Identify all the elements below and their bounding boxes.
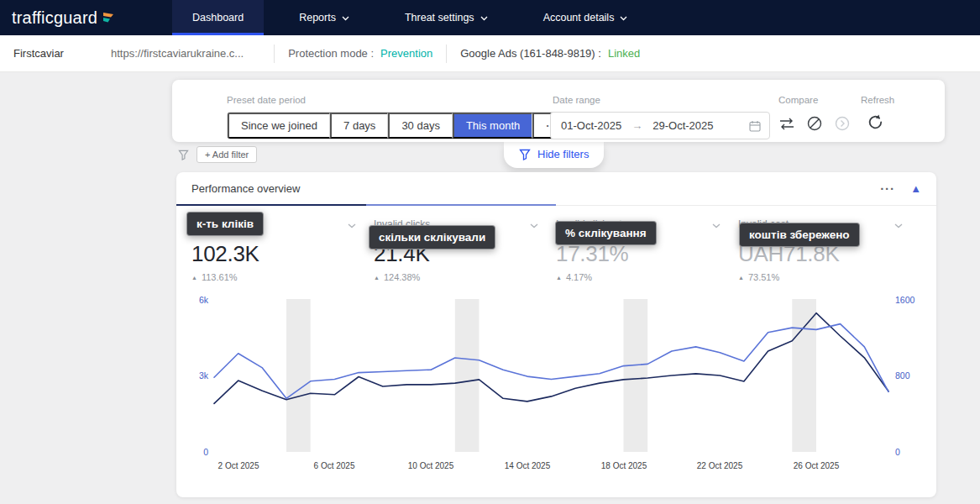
compare-next-icon[interactable] — [834, 115, 851, 132]
divider — [446, 45, 447, 63]
y-tick: 1600 — [895, 295, 914, 305]
refresh-icon[interactable] — [866, 113, 885, 134]
compare-label: Compare — [778, 95, 818, 105]
x-tick: 26 Oct 2025 — [794, 461, 839, 470]
compare-arrows-icon[interactable] — [778, 117, 795, 131]
y-tick: 800 — [895, 370, 910, 381]
hide-filters-label: Hide filters — [537, 148, 589, 160]
nav-item-threat-settings[interactable]: Threat settings — [385, 0, 508, 35]
preset-7-days[interactable]: 7 days — [330, 113, 388, 139]
metric-change-value: 124.38% — [384, 272, 420, 282]
metric-verified-clicks: Verified clicks к-ть кліків 102.3K ▲ 113… — [191, 218, 374, 282]
y-tick: 0 — [895, 447, 900, 457]
nav-item-account-details[interactable]: Account details — [523, 0, 648, 35]
left-y-axis: 6k 3k 0 — [181, 299, 208, 452]
main-nav: Dashboard Reports Threat settings Accoun… — [172, 0, 647, 35]
compare-disabled-icon[interactable] — [806, 115, 823, 132]
arrow-right-icon: → — [631, 119, 642, 132]
account-bar: Firstcaviar https://firstcaviarukraine.c… — [0, 35, 980, 72]
right-y-axis: 1600 800 0 — [895, 299, 925, 452]
funnel-icon — [519, 149, 531, 160]
metric-invalid-cost: Invalid cost коштів збережено UAH71.8K ▲… — [738, 218, 920, 282]
compare-controls — [778, 115, 851, 132]
metric-invalid-click-rate: Invalid click rate % склікування 17.31% … — [556, 218, 738, 282]
main-content: + Add filter Hide filters Preset date pe… — [0, 72, 980, 504]
metric-change-value: 113.61% — [202, 272, 238, 282]
up-triangle-icon: ▲ — [738, 275, 744, 281]
nav-label: Dashboard — [192, 12, 244, 24]
chevron-down-icon — [620, 12, 627, 24]
metric-invalid-clicks: Invalid clicks скільки склікували 21.4K … — [374, 218, 556, 282]
nav-label: Account details — [543, 12, 615, 24]
nav-label: Reports — [299, 12, 336, 24]
chart-svg — [214, 299, 888, 452]
y-tick: 3k — [199, 370, 208, 381]
preset-this-month[interactable]: This month — [453, 113, 532, 139]
protection-mode-label: Protection mode : — [288, 47, 374, 60]
nav-item-dashboard[interactable]: Dashboard — [172, 0, 264, 35]
website-url[interactable]: https://firstcaviarukraine.c... — [111, 47, 244, 60]
chevron-down-icon — [342, 12, 349, 24]
nav-item-reports[interactable]: Reports — [279, 0, 369, 35]
preset-since-we-joined[interactable]: Since we joined — [228, 113, 330, 139]
chevron-down-icon[interactable] — [894, 217, 903, 232]
x-tick: 6 Oct 2025 — [314, 461, 355, 470]
divider — [274, 45, 275, 63]
up-triangle-icon: ▲ — [374, 275, 380, 281]
metric-change-value: 4.17% — [566, 272, 592, 282]
nav-label: Threat settings — [405, 12, 474, 24]
up-triangle-icon: ▲ — [556, 275, 562, 281]
hide-filters-button[interactable]: Hide filters — [504, 142, 604, 168]
translation-tooltip: коштів збережено — [739, 223, 860, 247]
x-tick: 22 Oct 2025 — [697, 461, 742, 470]
refresh-label: Refresh — [861, 95, 894, 105]
x-tick: 18 Oct 2025 — [601, 461, 647, 470]
performance-chart: 6k 3k 0 1600 800 0 2 Oct 2025 6 Oct 2025… — [176, 299, 936, 480]
metrics-row: Verified clicks к-ть кліків 102.3K ▲ 113… — [176, 206, 936, 282]
filter-panel: Preset date period Date range Compare Re… — [172, 80, 945, 142]
chevron-down-icon — [480, 12, 488, 24]
calendar-icon — [749, 120, 761, 132]
logo-text: trafficguard — [12, 8, 97, 28]
chevron-down-icon[interactable] — [530, 217, 538, 232]
x-tick: 10 Oct 2025 — [408, 461, 453, 470]
metric-change: ▲ 124.38% — [374, 272, 556, 282]
chevron-down-icon[interactable] — [348, 217, 356, 232]
date-range-label: Date range — [553, 95, 600, 105]
translation-tooltip: % склікування — [555, 221, 657, 245]
logo[interactable]: trafficguard — [0, 0, 172, 35]
account-name[interactable]: Firstcaviar — [13, 47, 64, 60]
chevron-down-icon[interactable] — [712, 217, 721, 232]
x-tick: 14 Oct 2025 — [505, 461, 550, 470]
metric-change: ▲ 113.61% — [191, 272, 374, 282]
performance-overview-header: Performance overview ··· ▲ — [176, 172, 936, 206]
google-ads-label: Google Ads (161-848-9819) : — [460, 47, 601, 60]
metric-change: ▲ 73.51% — [738, 272, 920, 282]
add-filter-row: + Add filter — [178, 146, 257, 163]
add-filter-button[interactable]: + Add filter — [197, 146, 257, 163]
performance-overview-card: Performance overview ··· ▲ Verified clic… — [176, 172, 936, 497]
trafficguard-flag-icon — [102, 11, 115, 25]
preset-button-group: Since we joined 7 days 30 days This mont… — [227, 112, 572, 139]
metric-change: ▲ 4.17% — [556, 272, 738, 282]
preset-30-days[interactable]: 30 days — [388, 113, 453, 139]
up-triangle-icon: ▲ — [191, 275, 197, 281]
date-range-field[interactable]: 01-Oct-2025 → 29-Oct-2025 — [550, 112, 770, 139]
x-tick: 2 Oct 2025 — [218, 461, 259, 470]
funnel-icon — [178, 150, 189, 160]
metric-change-value: 73.51% — [748, 272, 779, 282]
translation-tooltip: скільки склікували — [369, 225, 495, 249]
y-tick: 0 — [203, 447, 208, 457]
google-ads-status: Linked — [608, 47, 640, 60]
translation-tooltip: к-ть кліків — [186, 212, 264, 236]
analytics-triangle-icon[interactable]: ▲ — [910, 182, 921, 195]
protection-mode-value: Prevention — [380, 47, 432, 60]
date-to-value[interactable]: 29-Oct-2025 — [652, 119, 713, 132]
more-options-icon[interactable]: ··· — [880, 185, 895, 193]
y-tick: 6k — [199, 295, 208, 305]
card-title: Performance overview — [191, 182, 300, 195]
preset-date-period-label: Preset date period — [227, 95, 306, 105]
chart-plot-area[interactable] — [214, 299, 888, 452]
date-from-value[interactable]: 01-Oct-2025 — [561, 119, 621, 132]
active-tab-indicator — [176, 204, 556, 206]
